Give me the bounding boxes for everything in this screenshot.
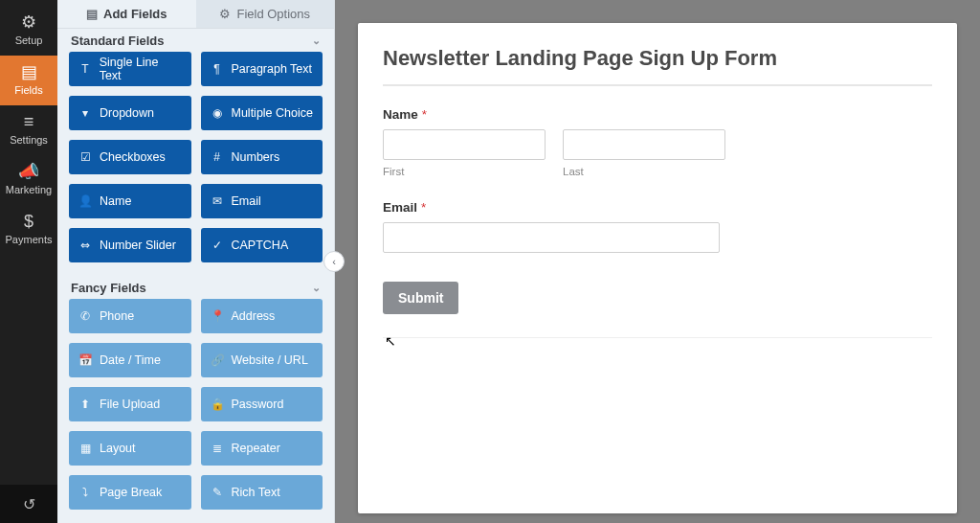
first-name-input[interactable]	[383, 129, 546, 160]
nav-label: Settings	[0, 134, 57, 146]
field-label: Website / URL	[232, 353, 308, 367]
email-field-block[interactable]: Email*	[383, 200, 932, 253]
field-label: Address	[232, 309, 276, 323]
phone-icon: ✆	[78, 309, 92, 323]
nav-item-payments[interactable]: $ Payments	[0, 205, 57, 255]
chevron-down-icon: ⌄	[312, 34, 321, 47]
nav-item-setup[interactable]: ⚙ Setup	[0, 6, 57, 56]
nav-item-fields[interactable]: ▤ Fields	[0, 56, 57, 105]
sliders-icon: ⚙	[219, 7, 231, 21]
collapse-panel-button[interactable]: ‹	[323, 251, 345, 272]
field-label: File Upload	[100, 398, 160, 411]
hash-icon: #	[211, 150, 224, 164]
field-label: Rich Text	[232, 486, 280, 499]
repeater-icon: ≣	[211, 442, 224, 455]
field-page-break[interactable]: ⤵Page Break	[69, 475, 191, 510]
tab-add-fields[interactable]: ▤ Add Fields	[57, 0, 196, 29]
standard-fields-grid: TSingle Line Text ¶Paragraph Text ▾Dropd…	[57, 52, 334, 276]
checkbox-icon: ☑	[78, 150, 92, 164]
field-rich-text[interactable]: ✎Rich Text	[201, 475, 323, 510]
field-repeater[interactable]: ≣Repeater	[201, 431, 323, 466]
field-label: Repeater	[232, 442, 280, 455]
field-password[interactable]: 🔒Password	[201, 387, 323, 421]
tab-label: Add Fields	[103, 7, 167, 21]
nav-item-settings[interactable]: ≡ Settings	[0, 105, 57, 155]
tab-label: Field Options	[236, 7, 310, 21]
field-dropdown[interactable]: ▾Dropdown	[69, 96, 191, 130]
nav-label: Payments	[0, 234, 57, 245]
history-icon: ↺	[23, 495, 35, 513]
group-title: Standard Fields	[71, 34, 165, 48]
group-standard-fields[interactable]: Standard Fields ⌄	[57, 29, 334, 52]
field-label: Page Break	[100, 486, 162, 499]
cursor-icon: ↖	[385, 333, 396, 349]
shield-icon: ✓	[211, 239, 224, 252]
field-number-slider[interactable]: ⇔Number Slider	[69, 228, 191, 262]
field-paragraph-text[interactable]: ¶Paragraph Text	[201, 52, 323, 86]
history-button[interactable]: ↺	[0, 485, 57, 523]
form-canvas: ‹ Newsletter Landing Page Sign Up Form N…	[335, 0, 980, 523]
divider	[383, 84, 932, 86]
dollar-icon: $	[0, 213, 57, 230]
submit-button[interactable]: Submit	[383, 282, 458, 314]
field-label: CAPTCHA	[232, 239, 289, 252]
required-mark: *	[421, 200, 426, 215]
calendar-icon: 📅	[78, 353, 92, 367]
sliders-icon: ≡	[0, 113, 57, 130]
nav-label: Fields	[0, 84, 57, 96]
first-sublabel: First	[383, 166, 546, 177]
dropdown-icon: ▾	[78, 106, 92, 120]
divider	[383, 337, 932, 338]
field-label: Checkboxes	[100, 150, 166, 164]
fancy-fields-grid: ✆Phone 📍Address 📅Date / Time 🔗Website / …	[57, 299, 334, 523]
field-label: Dropdown	[100, 106, 154, 120]
text-icon: T	[78, 62, 92, 76]
nav-item-marketing[interactable]: 📣 Marketing	[0, 155, 57, 205]
panel-tabs: ▤ Add Fields ⚙ Field Options	[57, 0, 334, 29]
field-website-url[interactable]: 🔗Website / URL	[201, 343, 323, 377]
form-title[interactable]: Newsletter Landing Page Sign Up Form	[383, 40, 932, 84]
person-icon: 👤	[78, 194, 92, 208]
group-fancy-fields[interactable]: Fancy Fields ⌄	[57, 276, 334, 299]
chevron-down-icon: ⌄	[312, 282, 321, 294]
page-break-icon: ⤵	[78, 486, 92, 499]
link-icon: 🔗	[211, 353, 224, 367]
field-multiple-choice[interactable]: ◉Multiple Choice	[201, 96, 323, 130]
field-label: Layout	[100, 442, 136, 455]
field-label: Password	[232, 398, 284, 411]
form-preview[interactable]: Newsletter Landing Page Sign Up Form Nam…	[358, 23, 957, 513]
field-label: Paragraph Text	[232, 62, 313, 76]
field-captcha[interactable]: ✓CAPTCHA	[201, 228, 323, 262]
field-email[interactable]: ✉Email	[201, 184, 323, 218]
layout-icon: ▦	[78, 442, 92, 455]
field-checkboxes[interactable]: ☑Checkboxes	[69, 140, 191, 174]
tab-field-options[interactable]: ⚙ Field Options	[196, 0, 335, 29]
grid-icon: ▤	[86, 7, 98, 21]
left-nav-rail: ⚙ Setup ▤ Fields ≡ Settings 📣 Marketing …	[0, 0, 57, 523]
pin-icon: 📍	[211, 309, 224, 323]
last-sublabel: Last	[563, 166, 725, 177]
field-name[interactable]: 👤Name	[69, 184, 191, 218]
field-address[interactable]: 📍Address	[201, 299, 323, 333]
megaphone-icon: 📣	[0, 163, 57, 180]
last-name-input[interactable]	[563, 129, 725, 160]
nav-label: Setup	[0, 34, 57, 46]
field-label: Phone	[100, 309, 134, 323]
slider-icon: ⇔	[78, 239, 92, 252]
field-phone[interactable]: ✆Phone	[69, 299, 191, 333]
field-file-upload[interactable]: ⬆File Upload	[69, 387, 191, 421]
field-label: Date / Time	[100, 353, 161, 367]
field-single-line-text[interactable]: TSingle Line Text	[69, 52, 191, 86]
field-numbers[interactable]: #Numbers	[201, 140, 323, 174]
fields-icon: ▤	[0, 63, 57, 80]
field-label: Name	[100, 194, 131, 208]
envelope-icon: ✉	[211, 194, 224, 208]
email-input[interactable]	[383, 222, 720, 253]
field-label: Single Line Text	[100, 56, 182, 82]
gear-icon: ⚙	[0, 13, 57, 31]
field-layout[interactable]: ▦Layout	[69, 431, 191, 466]
field-date-time[interactable]: 📅Date / Time	[69, 343, 191, 377]
name-field-block[interactable]: Name* First Last	[383, 107, 932, 177]
radio-icon: ◉	[211, 106, 224, 120]
paragraph-icon: ¶	[211, 62, 224, 76]
